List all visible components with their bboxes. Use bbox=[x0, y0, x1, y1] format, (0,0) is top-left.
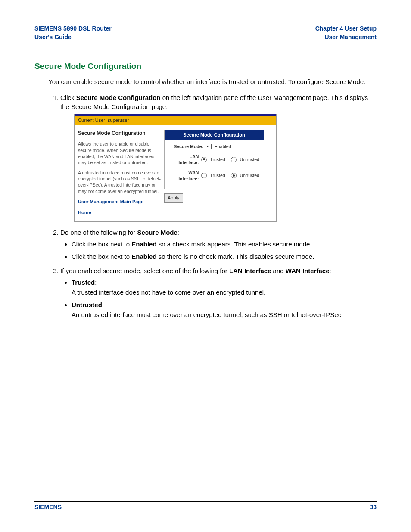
footer-page-number: 33 bbox=[370, 504, 377, 510]
step-3-untrusted: Untrusted: An untrusted interface must c… bbox=[72, 300, 377, 319]
untrusted-desc: An untrusted interface must come over an… bbox=[72, 310, 377, 319]
step-2-bullet-1: Click the box next to Enabled so a check… bbox=[72, 240, 377, 249]
section-title: Secure Mode Configuration bbox=[34, 62, 377, 71]
page-header: SIEMENS 5890 DSL Router User's Guide Cha… bbox=[34, 25, 377, 41]
home-link[interactable]: Home bbox=[78, 209, 161, 216]
wan-trusted-radio[interactable] bbox=[201, 173, 207, 178]
header-chapter: Chapter 4 User Setup bbox=[315, 25, 377, 33]
header-section: User Management bbox=[315, 33, 377, 42]
intro-paragraph: You can enable secure mode to control wh… bbox=[48, 77, 377, 86]
lan-trusted-label: Trusted bbox=[210, 156, 225, 163]
header-product: SIEMENS 5890 DSL Router bbox=[34, 25, 112, 33]
user-mgmt-link[interactable]: User Management Main Page bbox=[78, 199, 161, 205]
config-panel-title: Secure Mode Configuration bbox=[165, 130, 264, 140]
step-2-bullet-2: Click the box next to Enabled so there i… bbox=[72, 252, 377, 261]
step-3-trusted: Trusted: A trusted interface does not ha… bbox=[72, 278, 377, 297]
wan-untrusted-label: Untrusted bbox=[240, 172, 259, 179]
panel-side-desc-1: Allows the user to enable or disable sec… bbox=[78, 141, 161, 165]
page-footer: SIEMENS 33 bbox=[34, 501, 377, 510]
step-3: If you enabled secure mode, select one o… bbox=[60, 266, 377, 319]
panel-side-title: Secure Mode Configuration bbox=[78, 130, 161, 137]
enabled-checkbox[interactable] bbox=[206, 144, 212, 149]
wan-trusted-label: Trusted bbox=[210, 172, 225, 179]
lan-untrusted-radio[interactable] bbox=[231, 157, 237, 162]
lan-interface-label: LAN Interface: bbox=[169, 153, 199, 166]
lan-trusted-radio[interactable] bbox=[201, 157, 207, 162]
apply-button[interactable]: Apply bbox=[164, 193, 183, 202]
panel-side-desc-2: A untrusted interface must come over an … bbox=[78, 170, 161, 194]
lan-untrusted-label: Untrusted bbox=[240, 156, 259, 163]
trusted-desc: A trusted interface does not have to com… bbox=[72, 288, 377, 297]
config-panel: Secure Mode Configuration Secure Mode: E… bbox=[164, 130, 264, 190]
step-1: Click Secure Mode Configuration on the l… bbox=[60, 93, 377, 221]
header-guide: User's Guide bbox=[34, 33, 112, 42]
wan-interface-label: WAN Interface: bbox=[169, 169, 199, 182]
procedure-list: Click Secure Mode Configuration on the l… bbox=[48, 93, 377, 319]
enabled-label: Enabled bbox=[215, 143, 231, 150]
secure-mode-label: Secure Mode: bbox=[169, 143, 203, 150]
embedded-screenshot: Current User: superuser Secure Mode Conf… bbox=[74, 114, 277, 221]
current-user-bar: Current User: superuser bbox=[75, 116, 276, 125]
footer-brand: SIEMENS bbox=[34, 504, 62, 510]
step-2: Do one of the following for Secure Mode:… bbox=[60, 228, 377, 261]
wan-untrusted-radio[interactable] bbox=[231, 173, 237, 178]
